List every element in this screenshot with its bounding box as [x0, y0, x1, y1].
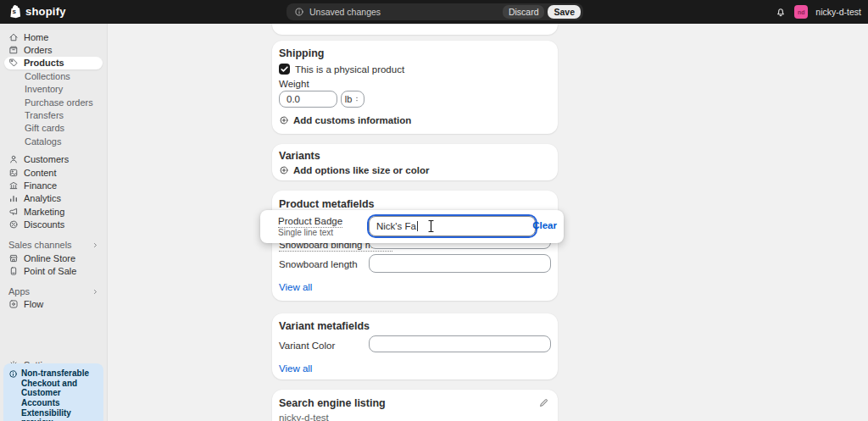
link-label: Add options like size or color [293, 165, 429, 175]
weight-unit-value: lb [345, 94, 353, 104]
check-icon [279, 64, 290, 75]
product-metafields-title: Product metafields [279, 198, 375, 210]
orders-icon [8, 45, 19, 55]
sidebar-item-label: Catalogs [25, 136, 61, 147]
sidebar-item-content[interactable]: Content [0, 166, 107, 179]
marketing-icon [8, 207, 19, 217]
shopify-bag-icon: s [8, 4, 22, 19]
sidebar-item-label: Discounts [24, 219, 64, 230]
apps-header[interactable]: Apps [0, 285, 107, 298]
add-options-link[interactable]: Add options like size or color [279, 165, 429, 175]
metafield-value-input-focused[interactable]: Nick's Fa [369, 216, 536, 236]
notice-preview-link[interactable]: preview [21, 418, 53, 421]
clear-button[interactable]: Clear [532, 220, 557, 230]
metafield-label[interactable]: Snowboard length [279, 259, 358, 269]
finance-icon [8, 180, 19, 191]
sidebar-item-label: Flow [24, 299, 43, 309]
topbar: s shopify Unsaved changes Discard Save n… [0, 0, 868, 24]
sidebar-item-collections[interactable]: Collections [0, 69, 107, 82]
plus-circle-icon [279, 165, 289, 175]
text-caret [417, 221, 418, 231]
user-name[interactable]: nicky-d-test [815, 7, 861, 17]
physical-product-checkbox[interactable] [279, 64, 290, 75]
metafield-label[interactable]: Variant Color [279, 341, 335, 351]
metafield-value-text: Nick's Fa [376, 221, 416, 231]
weight-unit-select[interactable]: lb [341, 91, 364, 108]
view-all-variant-metafields-link[interactable]: View all [279, 363, 312, 374]
unsaved-info-icon [294, 7, 304, 17]
sidebar-item-catalogs[interactable]: Catalogs [0, 135, 107, 147]
sidebar-item-label: Gift cards [25, 123, 64, 133]
sidebar-item-label: Collections [25, 71, 70, 81]
sidebar-item-marketing[interactable]: Marketing [0, 205, 107, 218]
sidebar-item-home[interactable]: Home [0, 30, 107, 43]
contextual-save-bar: Unsaved changes Discard Save [287, 3, 583, 20]
info-circle-icon [8, 369, 18, 421]
sidebar-item-label: Purchase orders [25, 97, 93, 108]
add-customs-info-link[interactable]: Add customs information [279, 115, 411, 125]
sidebar-item-discounts[interactable]: Discounts [0, 218, 107, 230]
section-label: Apps [8, 286, 30, 296]
variant-metafields-card: Variant metafields Variant Color View al… [272, 313, 558, 379]
online-store-icon [8, 253, 19, 263]
sidebar-item-label: Finance [24, 180, 57, 191]
sidebar-item-label: Content [24, 168, 57, 178]
sidebar-item-customers[interactable]: Customers [0, 153, 107, 166]
weight-input[interactable] [279, 91, 337, 108]
user-avatar[interactable]: nd [794, 5, 808, 19]
pencil-edit-icon[interactable] [538, 397, 549, 408]
sidebar-item-label: Online Store [24, 253, 75, 263]
main-content: Shipping This is a physical product Weig… [108, 24, 868, 421]
sidebar-item-label: Analytics [24, 193, 61, 203]
sidebar-item-label: Point of Sale [24, 266, 76, 276]
plus-circle-icon [279, 115, 289, 125]
variants-title: Variants [279, 150, 320, 162]
sidebar-item-label: Transfers [25, 110, 64, 120]
sidebar-item-analytics[interactable]: Analytics [0, 192, 107, 205]
physical-product-label: This is a physical product [295, 64, 404, 75]
metafield-row: Snowboard length [272, 253, 558, 274]
variants-card: Variants Add options like size or color [272, 144, 558, 180]
sidebar-item-label: Marketing [24, 207, 64, 217]
extensibility-preview-notice[interactable]: Non-transferable Checkout and Customer A… [3, 363, 103, 421]
variant-metafields-title: Variant metafields [279, 320, 370, 332]
notice-text: Non-transferable Checkout and Customer A… [21, 368, 98, 421]
sidebar-item-point-of-sale[interactable]: Point of Sale [0, 264, 107, 277]
customers-icon [8, 154, 19, 164]
shopify-logo[interactable]: s shopify [8, 4, 66, 19]
sidebar-item-inventory[interactable]: Inventory [0, 83, 107, 96]
sidebar-item-label: Home [24, 32, 48, 42]
products-tag-icon [8, 58, 19, 68]
discounts-icon [8, 219, 19, 230]
flow-app-icon [8, 299, 19, 309]
discard-button[interactable]: Discard [503, 5, 545, 19]
sidebar-item-finance[interactable]: Finance [0, 179, 107, 191]
product-metafields-card: Product metafields Snowboard binding mou… [272, 191, 558, 301]
i-beam-cursor [427, 219, 436, 233]
sidebar-item-purchase-orders[interactable]: Purchase orders [0, 96, 107, 108]
chevron-right-icon [92, 288, 99, 296]
sidebar-item-label: Products [24, 58, 64, 68]
sidebar-item-flow[interactable]: Flow [0, 298, 107, 311]
sales-channels-header[interactable]: Sales channels [0, 239, 107, 252]
metafield-label[interactable]: Product Badge [278, 216, 342, 228]
seo-handle: nicky-d-test [279, 413, 329, 421]
content-icon [8, 168, 19, 178]
unsaved-changes-status: Unsaved changes [309, 7, 503, 17]
focused-metafield-row: Product Badge Single line text Nick's Fa… [260, 210, 564, 243]
home-icon [8, 32, 19, 42]
analytics-icon [8, 193, 19, 203]
sidebar-item-orders[interactable]: Orders [0, 43, 107, 56]
sidebar-item-online-store[interactable]: Online Store [0, 252, 107, 264]
logo-wordmark: shopify [25, 5, 66, 18]
save-button[interactable]: Save [548, 5, 581, 19]
metafield-value-input[interactable] [369, 254, 551, 273]
sidebar-item-products[interactable]: Products [4, 57, 103, 69]
sidebar-item-label: Orders [24, 45, 53, 55]
view-all-product-metafields-link[interactable]: View all [279, 282, 312, 292]
sidebar-item-gift-cards[interactable]: Gift cards [0, 122, 107, 135]
chevron-right-icon [92, 241, 99, 249]
sidebar-item-transfers[interactable]: Transfers [0, 108, 107, 121]
metafield-value-input[interactable] [369, 335, 551, 352]
notifications-bell-icon[interactable] [775, 6, 787, 18]
